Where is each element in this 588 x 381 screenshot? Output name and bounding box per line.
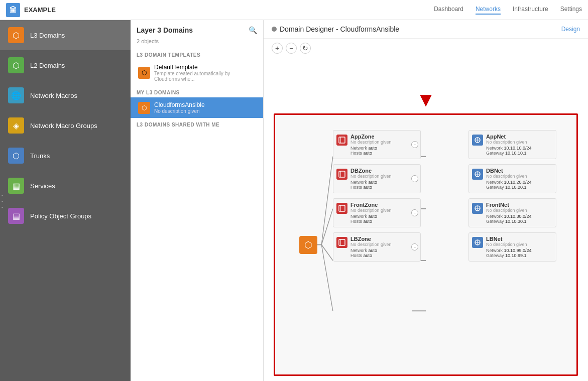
app-name: EXAMPLE	[24, 6, 56, 14]
network-macro-groups-icon: ◈	[8, 117, 24, 134]
refresh-button[interactable]: ↻	[300, 43, 311, 54]
sidebar-item-network-macro-groups[interactable]: ◈ Network Macro Groups	[0, 110, 131, 141]
svg-line-2	[321, 245, 333, 261]
net-card-frontnet: FrontNet No description given Network 10…	[468, 198, 556, 227]
sidebar-item-services[interactable]: ▦ Services	[0, 171, 131, 201]
svg-line-3	[321, 245, 333, 311]
lbzone-desc: No description given	[350, 242, 416, 247]
sidebar-item-policy-object-groups[interactable]: ▤ Policy Object Groups	[0, 201, 131, 231]
lbzone-hosts: auto	[364, 253, 373, 258]
lbnet-name: LBNet	[486, 236, 552, 242]
section-label-templates: L3 DOMAIN TEMPLATES	[131, 48, 263, 60]
panel-count: 2 objects	[131, 36, 263, 48]
lbnet-network: 10.10.99.0/24	[504, 248, 532, 253]
sidebar-label-l3-domains: L3 Domains	[30, 32, 65, 39]
sidebar-item-network-macros[interactable]: 🌐 Network Macros	[0, 80, 131, 110]
l2-domains-icon: ⬡	[8, 57, 24, 73]
logo-icon: 🏛	[6, 3, 20, 17]
remove-button[interactable]: −	[286, 43, 297, 54]
lbzone-network: auto	[369, 248, 378, 253]
dbzone-name: DBZone	[350, 168, 416, 174]
section-label-shared: L3 DOMAINS SHARED WITH ME	[131, 118, 263, 130]
zone-card-lbzone: LBZone No description given Network auto…	[333, 232, 421, 262]
lbnet-icon	[472, 237, 483, 248]
design-link[interactable]: Design	[561, 26, 580, 33]
sidebar-item-l3-domains[interactable]: ⬡ L3 Domains	[0, 20, 131, 50]
nav-networks[interactable]: Networks	[476, 6, 501, 15]
search-button[interactable]: 🔍	[249, 26, 257, 34]
frontzone-icon	[336, 203, 347, 214]
services-icon: ▦	[8, 178, 24, 194]
sidebar-item-l2-domains[interactable]: ⬡ L2 Domains	[0, 50, 131, 80]
template-desc: Template created automatically by Cloudf…	[154, 71, 257, 82]
appnet-gateway: 10.10.10.1	[505, 151, 527, 156]
net-card-dbnet: DBNet No description given Network 10.10…	[468, 164, 556, 193]
dbnet-name: DBNet	[486, 168, 552, 174]
frontzone-connector: −	[411, 209, 418, 216]
frontnet-network: 10.10.30.0/24	[504, 214, 532, 219]
appnet-icon	[472, 135, 483, 146]
nav-settings[interactable]: Settings	[560, 6, 582, 15]
designer-canvas: ▼	[264, 58, 588, 381]
lbnet-desc: No description given	[486, 242, 552, 247]
appnet-desc: No description given	[486, 140, 552, 145]
dbzone-icon	[336, 169, 347, 180]
dbnet-network: 10.10.20.0/24	[504, 180, 532, 185]
designer-title-text: Domain Designer - CloudformsAnsible	[280, 25, 399, 33]
frontzone-hosts: auto	[364, 219, 373, 224]
network-macros-icon: 🌐	[8, 87, 24, 103]
appzone-desc: No description given	[350, 140, 416, 145]
frontnet-name: FrontNet	[486, 202, 552, 208]
svg-rect-13	[339, 205, 345, 211]
svg-line-1	[321, 209, 333, 245]
status-dot	[272, 27, 277, 32]
template-icon: ⬡	[138, 67, 150, 79]
frontnet-desc: No description given	[486, 208, 552, 213]
panel-header: Layer 3 Domains 🔍	[131, 20, 263, 36]
svg-rect-11	[339, 171, 345, 177]
content-area: Layer 3 Domains 🔍 2 objects L3 DOMAIN TE…	[131, 20, 588, 381]
dbzone-hosts: auto	[364, 185, 373, 190]
domain-item-cloudforms-ansible[interactable]: ⬡ CloudformsAnsible No description given	[131, 97, 263, 118]
domain-name: CloudformsAnsible	[154, 101, 257, 108]
sidebar-dots: •••	[2, 192, 3, 209]
policy-object-groups-icon: ▤	[8, 208, 24, 224]
domain-item-default-template[interactable]: ⬡ DefaultTemplate Template created autom…	[131, 60, 263, 86]
appnet-network: 10.10.10.0/24	[504, 146, 532, 151]
nav-infrastructure[interactable]: Infrastructure	[513, 6, 548, 15]
net-card-appnet: AppNet No description given Network 10.1…	[468, 130, 556, 159]
panel-title: Layer 3 Domains	[137, 26, 193, 34]
appzone-name: AppZone	[350, 134, 416, 140]
top-bar: 🏛 EXAMPLE Dashboard Networks Infrastruct…	[0, 0, 588, 20]
app-logo: 🏛 EXAMPLE	[6, 3, 56, 17]
appzone-icon	[336, 135, 347, 146]
zone-card-appzone: AppZone No description given Network aut…	[333, 130, 421, 159]
frontzone-name: FrontZone	[350, 202, 416, 208]
appzone-network: auto	[369, 146, 378, 151]
add-button[interactable]: +	[272, 43, 283, 54]
dbnet-icon	[472, 169, 483, 180]
lbnet-gateway: 10.10.99.1	[505, 253, 527, 258]
domains-panel: Layer 3 Domains 🔍 2 objects L3 DOMAIN TE…	[131, 20, 264, 381]
dbnet-desc: No description given	[486, 174, 552, 179]
domain-icon: ⬡	[138, 102, 150, 114]
nav-dashboard[interactable]: Dashboard	[434, 6, 463, 15]
sidebar-label-services: Services	[30, 182, 55, 190]
l3-domains-icon: ⬡	[8, 27, 24, 43]
lbzone-name: LBZone	[350, 236, 416, 242]
main-layout: ⬡ L3 Domains ⬡ L2 Domains 🌐 Network Macr…	[0, 20, 588, 381]
designer-header: Domain Designer - CloudformsAnsible Desi…	[264, 20, 588, 39]
zone-card-dbzone: DBZone No description given Network auto…	[333, 164, 421, 193]
frontzone-network: auto	[369, 214, 378, 219]
top-nav: Dashboard Networks Infrastructure Settin…	[434, 6, 582, 15]
highlight-box: ⬡ AppZone No descriptio	[274, 113, 578, 376]
trunks-icon: ⬡	[8, 148, 24, 164]
zone-card-frontzone: FrontZone No description given Network a…	[333, 198, 421, 227]
net-card-lbnet: LBNet No description given Network 10.10…	[468, 232, 556, 262]
dbnet-gateway: 10.10.20.1	[505, 185, 527, 190]
sidebar: ⬡ L3 Domains ⬡ L2 Domains 🌐 Network Macr…	[0, 20, 131, 381]
appzone-hosts: auto	[364, 151, 373, 156]
designer-area: Domain Designer - CloudformsAnsible Desi…	[264, 20, 588, 381]
sidebar-label-policy-object-groups: Policy Object Groups	[30, 212, 91, 220]
sidebar-item-trunks[interactable]: ⬡ Trunks	[0, 141, 131, 171]
